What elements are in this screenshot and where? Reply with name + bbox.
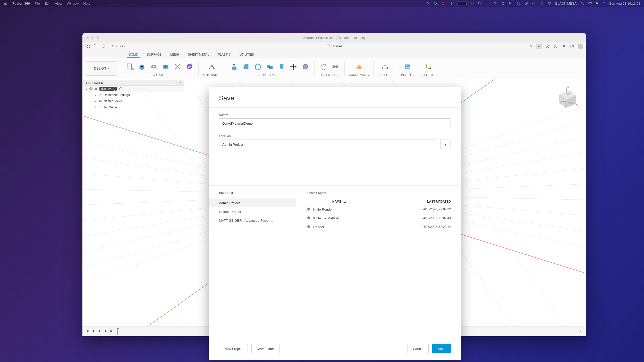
project-item-default[interactable]: Default Project xyxy=(209,207,296,216)
group-label-automate[interactable]: AUTOMATE xyxy=(203,73,218,76)
eye-icon[interactable] xyxy=(89,87,93,91)
combine-icon[interactable] xyxy=(265,62,275,72)
tab-solid[interactable]: SOLID xyxy=(129,53,138,56)
record-icon[interactable] xyxy=(426,1,430,5)
workspace-switcher[interactable]: DESIGN ▾ xyxy=(86,61,117,76)
display-icon[interactable] xyxy=(486,1,490,5)
dot-icon[interactable] xyxy=(596,2,598,4)
pin-icon[interactable] xyxy=(179,81,182,84)
new-folder-button[interactable]: New Folder xyxy=(251,344,279,353)
browser-header[interactable]: ◂ BROWSER xyxy=(83,80,184,86)
broadcast-icon[interactable] xyxy=(493,1,497,5)
hole-icon[interactable] xyxy=(161,62,171,72)
timeline-marker[interactable] xyxy=(117,328,118,335)
cancel-button[interactable]: Cancel xyxy=(408,344,429,353)
inspect-measure-icon[interactable] xyxy=(380,62,390,72)
menu-view[interactable]: View xyxy=(55,2,62,5)
draft-icon[interactable] xyxy=(277,62,286,72)
avatar[interactable] xyxy=(578,44,583,49)
timeline-settings-icon[interactable] xyxy=(579,329,583,334)
menubar-temperature[interactable]: 41° xyxy=(449,2,454,5)
appearance-icon[interactable] xyxy=(300,62,310,72)
emboss-icon[interactable] xyxy=(184,62,194,72)
help-icon[interactable] xyxy=(569,44,575,49)
shield-icon[interactable] xyxy=(478,1,482,5)
job-status-icon[interactable] xyxy=(553,44,558,49)
new-tab-button[interactable]: ＋ xyxy=(536,44,542,49)
clock-icon[interactable] xyxy=(524,1,528,5)
group-label-create[interactable]: CREATE xyxy=(153,73,164,76)
file-row[interactable]: Render 04/16/2022, 18:23:14 xyxy=(296,222,461,231)
group-label-inspect[interactable]: INSPECT xyxy=(378,73,390,76)
tab-sheetmetal[interactable]: SHEET METAL xyxy=(188,53,209,56)
location-toggle-button[interactable]: ▲ xyxy=(440,140,451,149)
sketch-icon[interactable] xyxy=(125,62,135,72)
volume-icon[interactable] xyxy=(532,1,536,5)
document-tab[interactable]: Untitled xyxy=(324,43,345,49)
revolve-icon[interactable] xyxy=(149,62,159,72)
close-button[interactable] xyxy=(445,96,451,101)
group-label-modify[interactable]: MODIFY xyxy=(263,73,274,76)
file-row[interactable]: Knife_02 MattEdit 04/15/2022, 22:02:43 xyxy=(296,214,461,222)
timeline-next-icon[interactable] xyxy=(104,329,108,334)
tree-root[interactable]: ◢ (Unsaved) xyxy=(83,86,184,92)
binoculars-icon[interactable] xyxy=(470,1,474,5)
column-date[interactable]: LAST UPDATED xyxy=(399,200,451,203)
presspull-icon[interactable] xyxy=(229,62,239,72)
timeline-play-icon[interactable] xyxy=(97,329,101,334)
group-label-assemble[interactable]: ASSEMBLE xyxy=(320,73,336,76)
pattern-icon[interactable] xyxy=(173,62,182,72)
cpu-icon[interactable] xyxy=(441,1,445,5)
menubar-hostname[interactable]: BLACK MESA xyxy=(555,2,577,5)
data-panel-toggle-icon[interactable] xyxy=(85,43,92,49)
group-label-insert[interactable]: INSERT xyxy=(401,73,411,76)
column-name[interactable]: NAME xyxy=(332,200,341,203)
move-icon[interactable] xyxy=(289,62,298,72)
titlebar[interactable]: Autodesk Fusion 360 (Education License) xyxy=(82,33,586,42)
timeline-last-icon[interactable] xyxy=(110,329,114,334)
extensions-icon[interactable] xyxy=(545,44,550,49)
construct-plane-icon[interactable] xyxy=(354,62,364,72)
joint-icon[interactable] xyxy=(331,62,340,72)
search-icon[interactable] xyxy=(580,1,584,5)
menu-help[interactable]: Help xyxy=(83,2,90,5)
tree-item-named-views[interactable]: ▸ Named Views xyxy=(83,98,184,104)
insert-decal-icon[interactable] xyxy=(403,62,412,72)
tab-plastic[interactable]: PLASTIC xyxy=(218,53,231,56)
wifi-icon[interactable] xyxy=(547,1,552,5)
sync-icon[interactable] xyxy=(433,1,437,5)
keyboard-icon[interactable] xyxy=(588,1,592,5)
notifications-icon[interactable] xyxy=(561,44,567,49)
extrude-icon[interactable] xyxy=(137,62,147,72)
twisty-icon[interactable]: ▸ xyxy=(94,106,97,109)
project-item-advanced[interactable]: MATT GEIGER - Advanced Fusion... xyxy=(209,216,296,225)
activate-radio-icon[interactable] xyxy=(119,87,122,90)
control-center-icon[interactable] xyxy=(601,1,606,5)
search-small-icon[interactable] xyxy=(174,82,176,84)
tree-item-document-settings[interactable]: ▸ Document Settings xyxy=(83,92,184,98)
group-label-construct[interactable]: CONSTRUCT xyxy=(349,73,367,76)
menu-window[interactable]: Window xyxy=(67,2,79,5)
menu-app-name[interactable]: Fusion 360 xyxy=(12,2,30,5)
menu-edit[interactable]: Edit xyxy=(45,2,50,5)
battery-icon[interactable] xyxy=(457,2,467,5)
save-icon[interactable] xyxy=(100,43,107,49)
group-label-select[interactable]: SELECT xyxy=(422,73,434,76)
name-input[interactable] xyxy=(219,118,451,128)
refresh-icon[interactable] xyxy=(516,1,521,5)
timeline-first-icon[interactable] xyxy=(85,329,89,334)
twisty-icon[interactable]: ▸ xyxy=(94,100,97,103)
tab-utilities[interactable]: UTILITIES xyxy=(240,53,254,56)
close-tab-icon[interactable]: ✕ xyxy=(530,44,533,48)
collapse-arrow-icon[interactable]: ◂ xyxy=(85,81,87,85)
shell-icon[interactable] xyxy=(253,62,263,72)
location-input[interactable] xyxy=(219,140,438,149)
eye-off-icon[interactable] xyxy=(98,105,102,110)
breadcrumb[interactable]: Admin Project xyxy=(296,186,461,198)
file-row[interactable]: Knife Render 04/15/2022, 22:02:32 xyxy=(296,205,461,214)
fillet-icon[interactable] xyxy=(241,62,251,72)
project-item-admin[interactable]: Admin Project xyxy=(209,199,296,207)
tree-item-origin[interactable]: ▸ Origin xyxy=(83,104,184,110)
drop-icon[interactable] xyxy=(501,1,505,5)
tab-mesh[interactable]: MESH xyxy=(170,53,179,56)
